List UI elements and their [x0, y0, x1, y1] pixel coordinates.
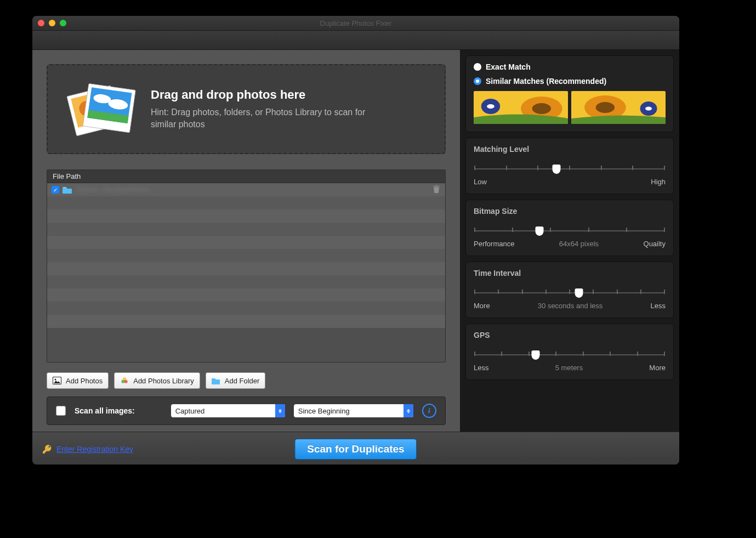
exact-match-radio[interactable]: Exact Match	[474, 63, 666, 71]
minimize-icon[interactable]	[49, 20, 55, 26]
gps-card: GPS Less 5 meters More	[465, 324, 674, 380]
gps-slider[interactable]	[475, 348, 664, 359]
maximize-icon[interactable]	[60, 20, 66, 26]
scan-all-label: Scan all images:	[75, 406, 135, 415]
add-folder-button[interactable]: Add Folder	[206, 372, 266, 389]
bitmap-left-label: Performance	[474, 240, 514, 248]
svg-point-21	[596, 102, 615, 113]
settings-panel: Exact Match Similar Matches (Recommended…	[460, 50, 679, 432]
gps-left-label: Less	[474, 364, 488, 372]
matching-high-label: High	[651, 178, 666, 186]
titlebar: Duplicate Photos Fixer	[32, 16, 679, 31]
svg-point-13	[124, 380, 128, 383]
enter-registration-key-link[interactable]: Enter Registration Key	[42, 444, 133, 454]
dropzone-heading: Drag and drop photos here	[151, 88, 381, 102]
preview-thumb-left	[474, 91, 568, 124]
table-row	[47, 223, 445, 236]
matching-level-slider[interactable]	[475, 162, 664, 173]
delete-row-icon[interactable]	[433, 185, 440, 195]
radio-icon	[474, 63, 481, 71]
gps-title: GPS	[474, 331, 666, 339]
gps-mid-label: 5 meters	[555, 364, 583, 372]
similar-match-radio[interactable]: Similar Matches (Recommended)	[474, 77, 666, 86]
time-right-label: Less	[651, 302, 666, 310]
add-photos-label: Add Photos	[66, 377, 103, 385]
preview-thumb-right	[571, 91, 666, 124]
folder-icon	[62, 186, 72, 194]
since-select[interactable]: Since Beginning	[294, 404, 413, 417]
matching-level-title: Matching Level	[474, 145, 666, 154]
table-row	[47, 288, 445, 302]
time-left-label: More	[474, 302, 490, 310]
bitmap-size-slider[interactable]	[475, 224, 664, 235]
radio-icon	[474, 77, 481, 85]
bitmap-size-title: Bitmap Size	[474, 207, 666, 216]
bitmap-mid-label: 64x64 pixels	[559, 240, 599, 248]
match-mode-card: Exact Match Similar Matches (Recommended…	[465, 55, 674, 132]
photos-stack-icon	[61, 75, 138, 143]
window-title: Duplicate Photos Fixer	[32, 19, 679, 27]
row-path: /Users/.../Desktop/Finurn	[77, 186, 150, 194]
time-interval-slider[interactable]	[475, 286, 664, 297]
captured-select-value: Captured	[175, 407, 204, 415]
since-select-value: Since Beginning	[298, 407, 350, 415]
svg-point-12	[122, 380, 125, 383]
chevron-updown-icon	[275, 404, 285, 417]
folder-icon	[212, 377, 220, 384]
matching-low-label: Low	[474, 178, 487, 186]
bitmap-size-card: Bitmap Size Performance 64x64 pixels Qua…	[465, 200, 674, 256]
similar-match-label: Similar Matches (Recommended)	[486, 77, 606, 86]
registration-key-label: Enter Registration Key	[56, 445, 133, 454]
table-row	[47, 249, 445, 262]
add-folder-label: Add Folder	[225, 377, 260, 385]
exact-match-label: Exact Match	[486, 63, 531, 71]
svg-point-10	[55, 379, 56, 381]
scan-all-checkbox[interactable]	[56, 406, 66, 416]
add-photos-button[interactable]: Add Photos	[47, 372, 109, 389]
key-icon	[42, 444, 52, 454]
table-row	[47, 315, 445, 328]
gps-right-label: More	[649, 364, 666, 372]
svg-point-18	[487, 104, 494, 109]
close-icon[interactable]	[38, 20, 44, 26]
list-header: File Path	[47, 170, 445, 183]
time-interval-card: Time Interval More 30 seconds and less L…	[465, 262, 674, 318]
table-row	[47, 196, 445, 209]
scan-for-duplicates-button[interactable]: Scan for Duplicates	[294, 439, 417, 460]
add-library-label: Add Photos Library	[133, 377, 194, 385]
main-panel: Drag and drop photos here Hint: Drag pho…	[32, 50, 460, 432]
time-mid-label: 30 seconds and less	[538, 302, 603, 310]
chevron-updown-icon	[403, 404, 413, 417]
time-interval-title: Time Interval	[474, 269, 666, 278]
dropzone[interactable]: Drag and drop photos here Hint: Drag pho…	[47, 64, 446, 154]
svg-point-23	[645, 107, 652, 111]
add-photos-library-button[interactable]: Add Photos Library	[114, 372, 200, 389]
toolbar	[32, 31, 679, 50]
scan-options-bar: Scan all images: Captured Since Beginnin…	[47, 397, 446, 425]
dropzone-hint: Hint: Drag photos, folders, or Photos Li…	[151, 106, 381, 130]
footer: Enter Registration Key Scan for Duplicat…	[32, 432, 679, 465]
matching-level-card: Matching Level Low High	[465, 138, 674, 194]
row-checkbox[interactable]: ✓	[52, 186, 59, 194]
table-row	[47, 275, 445, 288]
table-row[interactable]: ✓ /Users/.../Desktop/Finurn	[47, 183, 445, 196]
photos-library-icon	[120, 377, 129, 384]
table-row	[47, 262, 445, 275]
table-row	[47, 236, 445, 249]
bitmap-right-label: Quailty	[644, 240, 666, 248]
captured-select[interactable]: Captured	[171, 404, 285, 417]
image-icon	[53, 377, 61, 384]
file-path-list: File Path ✓ /Users/.../Desktop/Finurn	[47, 169, 446, 363]
table-row	[47, 302, 445, 315]
table-row	[47, 209, 445, 223]
svg-point-16	[532, 103, 551, 114]
info-icon[interactable]: i	[422, 404, 436, 418]
app-window: Duplicate Photos Fixer	[32, 16, 679, 465]
